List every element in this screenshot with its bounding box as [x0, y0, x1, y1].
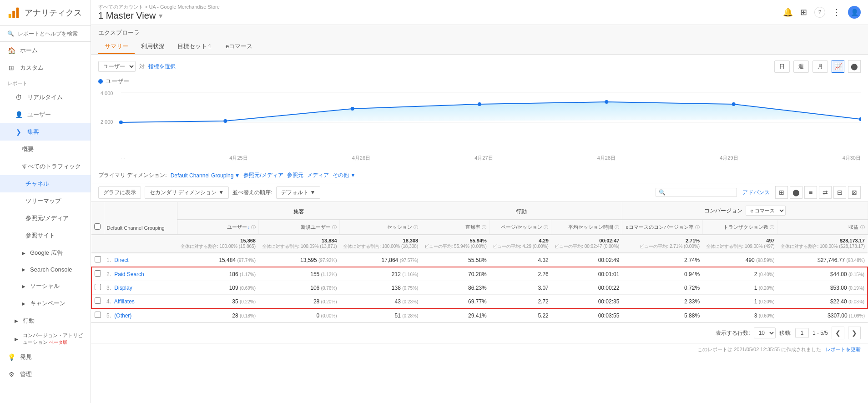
list-view-btn[interactable]: ≡ — [804, 186, 817, 199]
sidebar-item-overview[interactable]: 概要 — [0, 141, 91, 158]
dim-link-source-medium[interactable]: 参照元/メディア — [243, 171, 283, 179]
col-avg-session-header[interactable]: 平均セッション時間 ⓘ — [551, 220, 622, 235]
avatar[interactable]: 👤 — [848, 6, 861, 19]
tab-summary[interactable]: サマリー — [98, 40, 135, 54]
tab-goal-set-1[interactable]: 目標セット１ — [171, 40, 219, 54]
week-btn[interactable]: 週 — [793, 60, 809, 73]
row-transactions: 1 (0.20%) — [702, 281, 777, 295]
col-pages-header[interactable]: ページ/セッション ⓘ — [490, 220, 551, 235]
row-checkbox[interactable] — [95, 270, 101, 277]
pie-chart-btn[interactable]: ⬤ — [848, 60, 861, 73]
sidebar-item-label: 概要 — [22, 145, 34, 153]
tab-ecommerce[interactable]: eコマース — [219, 40, 259, 54]
sidebar-item-behavior[interactable]: ▶ 行動 — [0, 312, 91, 329]
chart-section: ユーザー 対 指標を選択 日 週 月 📈 ⬤ ユーザー 4,000 2,000 — [91, 55, 868, 168]
sidebar-item-referrals[interactable]: 参照サイト — [0, 227, 91, 244]
row-checkbox[interactable] — [95, 297, 101, 304]
sidebar-item-google-ads[interactable]: ▶ Google 広告 — [0, 244, 91, 262]
prev-page-btn[interactable]: ❮ — [832, 327, 844, 339]
col-sessions-header[interactable]: セッション ⓘ — [340, 220, 421, 235]
compare-btn[interactable]: ⇄ — [819, 186, 832, 199]
sidebar-item-treemap[interactable]: ツリーマップ — [0, 192, 91, 210]
help-icon[interactable]: ? — [814, 7, 825, 18]
graph-display-btn[interactable]: グラフに表示 — [98, 186, 141, 199]
col-bounce-header[interactable]: 直帰率 ⓘ — [421, 220, 490, 235]
pivot-btn[interactable]: ⊟ — [833, 186, 846, 199]
channel-name[interactable]: 3. Display — [104, 281, 177, 295]
sidebar-item-social[interactable]: ▶ ソーシャル — [0, 277, 91, 295]
advance-btn[interactable]: アドバンス — [739, 187, 773, 198]
sidebar-item-source-medium[interactable]: 参照元/メディア — [0, 210, 91, 227]
custom-view-btn[interactable]: ⊠ — [848, 186, 861, 199]
table-search-input[interactable] — [666, 189, 734, 196]
sidebar-item-conversion[interactable]: ▶ コンバージョン・アトリビューション ベータ版 — [0, 329, 91, 348]
svg-point-3 — [16, 8, 19, 10]
sidebar-item-admin[interactable]: ⚙ 管理 — [0, 366, 91, 383]
channel-name[interactable]: 2. Paid Search — [104, 267, 177, 281]
table-view-btn[interactable]: ⊞ — [775, 186, 788, 199]
sidebar-item-realtime[interactable]: ⏱ リアルタイム — [0, 89, 91, 106]
search-input[interactable] — [18, 30, 83, 37]
tab-usage[interactable]: 利用状況 — [135, 40, 171, 54]
metric-selector[interactable]: ユーザー — [98, 61, 136, 72]
chevron-down-icon: ▼ — [218, 189, 224, 196]
col-new-users-header[interactable]: 新規ユーザー ⓘ — [258, 220, 340, 235]
row-sessions: 17,864 (97.57%) — [340, 253, 421, 267]
sidebar-item-users[interactable]: 👤 ユーザー — [0, 106, 91, 123]
sidebar-item-acquisition[interactable]: ❯ 集客 — [0, 123, 91, 141]
col-info-icon8: ⓘ — [770, 225, 774, 230]
bell-icon[interactable]: 🔔 — [783, 7, 793, 17]
chevron-down-icon[interactable]: ▼ — [157, 12, 164, 20]
sidebar-item-home[interactable]: 🏠 ホーム — [0, 42, 91, 59]
pie-view-btn[interactable]: ⬤ — [790, 186, 802, 199]
sidebar-item-all-traffic[interactable]: すべてのトラフィック — [0, 158, 91, 175]
chart-legend: ユーザー — [98, 77, 861, 86]
grid-icon[interactable]: ⊞ — [800, 7, 807, 17]
month-btn[interactable]: 月 — [812, 60, 828, 73]
sort-value-btn[interactable]: デフォルト ▼ — [276, 186, 321, 199]
row-ecommerce: 5.88% — [622, 308, 702, 322]
sidebar-search-bar[interactable]: 🔍 — [0, 26, 91, 42]
metric-compare-link[interactable]: 指標を選択 — [148, 63, 176, 71]
select-all-checkbox[interactable] — [94, 223, 101, 230]
primary-dim-dropdown[interactable]: Default Channel Grouping ▼ — [171, 172, 240, 179]
channel-name[interactable]: 5. (Other) — [104, 308, 177, 322]
conversion-selector[interactable]: e コマース — [746, 206, 786, 216]
dim-link-source[interactable]: 参照元 — [287, 171, 303, 179]
row-checkbox[interactable] — [95, 256, 101, 262]
dim-link-medium[interactable]: メディア — [307, 171, 329, 179]
sidebar-item-custom[interactable]: ⊞ カスタム — [0, 59, 91, 76]
discover-icon: 💡 — [7, 353, 15, 361]
line-chart-btn[interactable]: 📈 — [832, 60, 844, 73]
channel-name[interactable]: 1. Direct — [104, 253, 177, 267]
secondary-dim-btn[interactable]: セカンダリ ディメンション ▼ — [145, 186, 229, 199]
col-users-header[interactable]: ユーザー ↓ ⓘ — [177, 220, 258, 235]
col-transactions-header[interactable]: トランザクション数 ⓘ — [702, 220, 777, 235]
channel-name[interactable]: 4. Affiliates — [104, 295, 177, 309]
sidebar-section-reports: レポート — [0, 76, 91, 89]
table-controls-left: グラフに表示 セカンダリ ディメンション ▼ 並べ替えの順序: デフォルト ▼ — [98, 186, 320, 199]
svg-point-15 — [859, 117, 861, 121]
row-sessions: 138 (0.75%) — [340, 281, 421, 295]
move-input[interactable] — [795, 328, 809, 338]
sidebar-item-channel[interactable]: チャネル — [0, 175, 91, 192]
more-icon[interactable]: ⋮ — [833, 7, 841, 17]
row-checkbox[interactable] — [95, 284, 101, 290]
dim-link-other[interactable]: その他 ▼ — [333, 171, 356, 179]
day-btn[interactable]: 日 — [774, 60, 790, 73]
rows-per-page-select[interactable]: 10 — [754, 327, 776, 338]
chart-svg: 4,000 2,000 — [98, 88, 861, 152]
refresh-link[interactable]: レポートを更新 — [826, 347, 861, 352]
date-label-2: 4月25日 — [229, 155, 247, 161]
sidebar-item-discover[interactable]: 💡 発見 — [0, 348, 91, 366]
svg-text:4,000: 4,000 — [101, 91, 113, 96]
col-ecommerce-header[interactable]: eコマースのコンバージョン率 ⓘ — [622, 220, 702, 235]
behavior-header: 行動 — [421, 202, 622, 220]
sidebar-item-search-console[interactable]: ▶ Search Console — [0, 262, 91, 277]
table-search-box[interactable]: 🔍 — [656, 188, 737, 197]
next-page-btn[interactable]: ❯ — [848, 327, 861, 339]
row-checkbox[interactable] — [95, 312, 101, 318]
col-revenue-header[interactable]: 収益 ⓘ — [777, 220, 868, 235]
line-chart-svg: 4,000 2,000 — [98, 88, 861, 152]
sidebar-item-campaigns[interactable]: ▶ キャンペーン — [0, 295, 91, 312]
